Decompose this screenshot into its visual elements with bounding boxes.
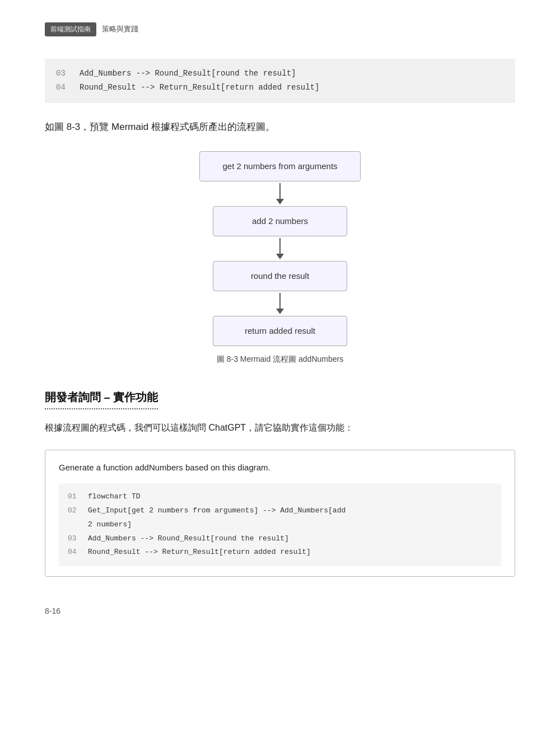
line-content-2: Round_Result --> Return_Result[return ad… <box>80 81 319 95</box>
flowchart: get 2 numbers from arguments add 2 numbe… <box>45 151 515 346</box>
prompt-code: 01 flowchart TD 02 Get_Input[get 2 numbe… <box>59 483 501 566</box>
arrow-line-2 <box>279 238 281 254</box>
flow-box-2: add 2 numbers <box>213 206 347 236</box>
flow-arrow-1 <box>276 181 284 206</box>
breadcrumb-text: 策略與實踐 <box>102 24 138 35</box>
flow-box-1: get 2 numbers from arguments <box>199 151 360 181</box>
code-line-2: 04 Round_Result --> Return_Result[return… <box>56 81 504 95</box>
prompt-line-num-4: 04 <box>68 545 79 559</box>
prompt-code-line-2: 02 Get_Input[get 2 numbers from argument… <box>68 504 492 518</box>
prompt-line-content-3: Add_Numbers --> Round_Result[round the r… <box>88 532 289 546</box>
line-num-1: 03 <box>56 67 68 81</box>
description-text: 如圖 8-3，預覽 Mermaid 根據程式碼所產出的流程圖。 <box>45 119 515 136</box>
prompt-text: Generate a function addNumbers based on … <box>59 460 501 475</box>
prompt-line-content-2b: 2 numbers] <box>88 518 132 532</box>
body-paragraph: 根據流程圖的程式碼，我們可以這樣詢問 ChatGPT，請它協助實作這個功能： <box>45 419 515 436</box>
figure-caption: 圖 8-3 Mermaid 流程圖 addNumbers <box>45 353 515 365</box>
prompt-line-num-1: 01 <box>68 490 79 504</box>
breadcrumb-tag: 前端測試指南 <box>45 22 96 36</box>
prompt-line-num-2b <box>68 518 79 532</box>
breadcrumb-bar: 前端測試指南 策略與實踐 <box>45 22 515 36</box>
top-code-block: 03 Add_Numbers --> Round_Result[round th… <box>45 59 515 102</box>
section-heading: 開發者詢問 – 實作功能 <box>45 388 515 419</box>
prompt-line-content-4: Round_Result --> Return_Result[return ad… <box>88 545 311 559</box>
flow-box-3: round the result <box>213 261 347 291</box>
prompt-code-line-3: 03 Add_Numbers --> Round_Result[round th… <box>68 532 492 546</box>
flow-arrow-3 <box>276 291 284 316</box>
flow-box-4: return added result <box>213 316 347 346</box>
arrow-head-2 <box>276 254 284 259</box>
prompt-code-line-2b: 2 numbers] <box>68 518 492 532</box>
prompt-line-content-2: Get_Input[get 2 numbers from arguments] … <box>88 504 346 518</box>
prompt-code-line-4: 04 Round_Result --> Return_Result[return… <box>68 545 492 559</box>
arrow-head-3 <box>276 309 284 314</box>
line-num-2: 04 <box>56 81 68 95</box>
page-number: 8-16 <box>45 605 515 617</box>
prompt-code-line-1: 01 flowchart TD <box>68 490 492 504</box>
prompt-box: Generate a function addNumbers based on … <box>45 450 515 577</box>
section-heading-text: 開發者詢問 – 實作功能 <box>45 388 158 409</box>
prompt-line-num-3: 03 <box>68 532 79 546</box>
arrow-head-1 <box>276 199 284 204</box>
prompt-line-num-2: 02 <box>68 504 79 518</box>
arrow-line-1 <box>279 183 281 199</box>
line-content-1: Add_Numbers --> Round_Result[round the r… <box>80 67 296 81</box>
arrow-line-3 <box>279 293 281 309</box>
flow-arrow-2 <box>276 236 284 261</box>
code-line-1: 03 Add_Numbers --> Round_Result[round th… <box>56 67 504 81</box>
prompt-line-content-1: flowchart TD <box>88 490 141 504</box>
